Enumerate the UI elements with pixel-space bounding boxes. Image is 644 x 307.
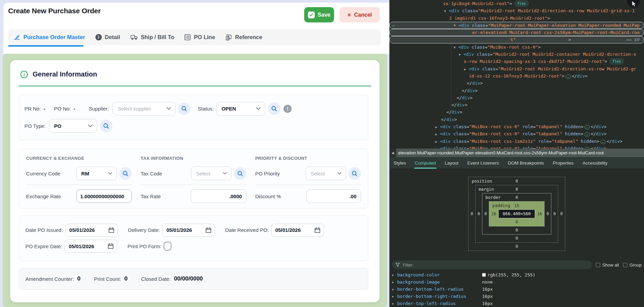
computed-property-row[interactable]: ▶border-bottom-left-radius16px — [389, 286, 644, 293]
status-label: Status: — [198, 106, 214, 112]
print-po-form-label: Print PO Form: — [127, 243, 161, 249]
dom-tree-row[interactable]: ▶<div class="MuiBox-root css-0" role="ta… — [389, 145, 644, 149]
group-checkbox[interactable] — [623, 263, 627, 267]
po-type-search-button[interactable] — [100, 120, 112, 132]
exchange-rate-input[interactable]: 1.00000000000000 — [76, 189, 132, 203]
tab-styles[interactable]: Styles — [393, 157, 406, 169]
computed-property-row[interactable]: ▶background-imagenone — [389, 278, 644, 286]
flex-badge[interactable]: flex — [515, 1, 529, 6]
tab-computed[interactable]: Computed — [415, 157, 436, 169]
status-search-button[interactable] — [268, 102, 280, 115]
purchase-order-app: Create New Purchase Order Save × Cancel … — [0, 0, 389, 307]
print-po-form-checkbox[interactable] — [164, 242, 171, 251]
computed-property-row[interactable]: ▶border-bottom-right-radius16px — [389, 293, 644, 300]
property-value: 16px — [482, 294, 493, 299]
dom-tree-row[interactable]: er-elevation0 MuiCard-root css-2s58ym-Mu… — [389, 29, 644, 36]
dom-tree-row[interactable]: ss-1pi8xg4-MuiGrid2-root">flex — [389, 0, 644, 7]
filter-input[interactable]: Filter — [392, 260, 592, 269]
tab-ship-bill-to[interactable]: Ship / Bill To — [130, 34, 174, 40]
tax-code-placeholder: Select — [196, 171, 210, 176]
dom-tree-row[interactable]: ▼<div class="MuiBox-root css-0"> — [389, 44, 644, 51]
dom-tree-row[interactable]: ▶<div class="MuiGrid2-root MuiGrid2-dire… — [389, 65, 644, 72]
dom-tree-row[interactable]: </div> — [389, 116, 644, 123]
more-actions-icon[interactable]: ⋯ — [392, 22, 395, 29]
po-type-select[interactable]: PO — [49, 119, 97, 133]
tab-detail[interactable]: i Detail — [95, 34, 120, 40]
breadcrumb-collapse-icon[interactable]: ◀ — [389, 149, 396, 157]
computed-property-row[interactable]: ▶border-top-left-radius16px — [389, 300, 644, 307]
expand-arrow-icon[interactable]: ▶ — [392, 280, 397, 284]
group-toggle[interactable]: Group — [623, 262, 642, 268]
tab-properties[interactable]: Properties — [553, 157, 574, 169]
priority-group-header: PRIORITY & DISCOUNT — [255, 156, 361, 161]
supplier-search-button[interactable] — [178, 102, 190, 115]
dom-tree-row[interactable]: ⋯▼<div class="MuiPaper-root MuiPaper-ele… — [389, 22, 644, 29]
tab-dom-breakpoints[interactable]: DOM Breakpoints — [508, 157, 544, 169]
dom-tree-row[interactable]: </div> — [389, 101, 644, 108]
selected-element-breadcrumb[interactable]: ◀ elevation.MuiPaper-rounded.MuiPaper-el… — [389, 149, 644, 157]
color-swatch[interactable] — [482, 273, 486, 277]
dom-tree-row[interactable]: t"> == $0 — [389, 36, 644, 43]
po-priority-select[interactable]: Select — [306, 167, 346, 180]
dom-tree-row[interactable]: s-row MuiGrid2-spacing-xs-3 css-dkd71f-M… — [389, 58, 644, 65]
cancel-button[interactable]: × Cancel — [339, 7, 380, 22]
dom-tree-row[interactable]: ▶<div class="MuiBox-root css-0" role="ta… — [389, 123, 644, 130]
expand-ellipsis-icon[interactable]: … — [566, 74, 571, 79]
show-all-toggle[interactable]: Show all — [596, 262, 619, 268]
expand-arrow-icon[interactable]: ▶ — [392, 295, 397, 298]
tab-purchase-order-master[interactable]: Purchase Order Master — [14, 34, 85, 41]
dom-tree-row[interactable]: 2 imgGird1 css-16fnxy3-MuiGrid2-root"> — [389, 15, 644, 22]
expand-ellipsis-icon[interactable]: … — [585, 125, 590, 130]
tab-reference[interactable]: Reference — [225, 34, 262, 41]
tab-event-listeners[interactable]: Event Listeners — [467, 157, 499, 169]
po-expire-date-input[interactable]: 05/01/2026 — [65, 240, 117, 253]
cancel-x-icon: × — [348, 12, 351, 18]
calendar-icon — [108, 243, 114, 249]
dom-tree-row[interactable]: ▼<div class="MuiGrid2-root MuiGrid2-dire… — [389, 7, 644, 14]
amendment-counter-value: 0 — [77, 275, 80, 282]
expand-ellipsis-icon[interactable]: … — [601, 140, 606, 144]
currency-column: CURRENCY & EXCHANGE Currency Code RM — [26, 156, 132, 203]
dom-tree-row[interactable]: </div> — [389, 80, 644, 87]
tax-code-search-button[interactable] — [234, 167, 246, 180]
expand-arrow-icon[interactable]: ▶ — [392, 302, 397, 305]
supplier-select[interactable]: Select supplier — [113, 102, 176, 116]
chevron-down-icon — [166, 107, 171, 110]
dom-tree-row[interactable]: ▼<div class="MuiGrid2-root MuiGrid2-cont… — [389, 51, 644, 58]
property-value: rgb(255, 255, 255) — [482, 272, 535, 277]
show-all-checkbox[interactable] — [596, 263, 600, 267]
box-model-content-size: 866.400×560 — [498, 209, 535, 218]
tab-layout[interactable]: Layout — [445, 157, 459, 169]
box-model-diagram[interactable]: position0 0 margin0 0 border0 0 — [468, 177, 565, 251]
expand-arrow-icon[interactable]: ▶ — [392, 288, 397, 291]
tax-group-header: TAX INFORMATION — [141, 156, 246, 161]
currency-code-select[interactable]: RM — [76, 167, 117, 180]
flex-badge[interactable]: flex — [610, 58, 624, 64]
tab-accessibility[interactable]: Accessibility — [583, 157, 608, 169]
dom-tree-row[interactable]: </div> — [389, 87, 644, 94]
delivery-date-input[interactable]: 05/01/2026 — [162, 224, 215, 237]
supplier-label: Supplier: — [89, 106, 109, 112]
date-po-issued-input[interactable]: 05/01/2026 — [65, 224, 118, 237]
computed-property-row[interactable]: ▶background-colorrgb(255, 255, 255) — [389, 271, 644, 278]
dom-tree-row[interactable]: </div> — [389, 108, 644, 116]
expand-ellipsis-icon[interactable]: … — [585, 132, 590, 137]
discount-input[interactable]: .00 — [306, 189, 361, 203]
dom-tree-row[interactable]: id-xs-12 css-16fnxy3-MuiGrid2-root">…</d… — [389, 72, 644, 80]
expand-arrow-icon[interactable]: ▶ — [392, 273, 397, 277]
dom-tree-row[interactable]: </div> — [389, 94, 644, 101]
currency-search-button[interactable] — [119, 167, 132, 180]
tax-code-select[interactable]: Select — [191, 167, 232, 180]
dom-tree-row[interactable]: ▶<div class="MuiBox-root css-0" role="ta… — [389, 130, 644, 137]
tab-po-line[interactable]: PO Line — [184, 34, 215, 40]
box-model-border: border0 0 padding15 16 866.400×560 — [482, 193, 551, 235]
tax-rate-input[interactable]: .0000 — [191, 189, 246, 203]
po-priority-search-button[interactable] — [348, 167, 361, 180]
computed-filter-bar: Filter Show all Group — [389, 260, 644, 270]
funnel-icon — [395, 263, 400, 267]
po-expire-date-label: PO Expire Date: — [25, 243, 62, 249]
dom-tree-row[interactable]: ▶<div class="MuiBox-root css-1sm2s1z" ro… — [389, 138, 644, 145]
save-button[interactable]: Save — [304, 7, 334, 22]
status-select[interactable]: OPEN — [216, 102, 265, 116]
date-received-po-input[interactable]: 05/01/2026 — [271, 224, 324, 237]
